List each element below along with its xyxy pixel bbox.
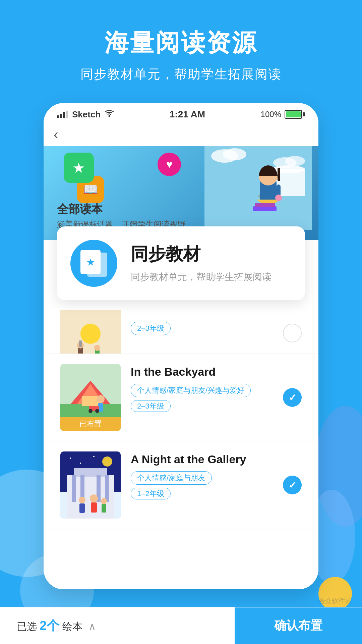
book-grade-tag-1: 1–2年级 <box>131 488 171 499</box>
svg-point-40 <box>80 463 81 464</box>
svg-point-39 <box>70 458 71 459</box>
watermark: 合众软件园 <box>318 596 352 605</box>
svg-rect-44 <box>74 468 107 477</box>
status-left: Sketch <box>57 109 114 120</box>
svg-point-31 <box>97 395 105 403</box>
check-mark-0: ✓ <box>289 392 296 403</box>
svg-point-0 <box>109 115 110 117</box>
bottom-selected-info: 已选 2个 绘本 ∧ <box>0 617 235 634</box>
phone-mockup: Sketch 1:21 AM 100% <box>44 103 318 589</box>
selected-count: 2个 <box>40 619 59 633</box>
book-item-1: A Night at the Gallery 个人情感/家庭与朋友 1–2年级 … <box>44 441 318 529</box>
star-book-icon: ★ <box>86 256 95 268</box>
svg-point-35 <box>95 409 99 413</box>
book-grade-tag-0: 2–3年级 <box>131 400 171 412</box>
page-subtitle: 同步教材单元，帮助学生拓展阅读 <box>0 66 362 83</box>
signal-bars-icon <box>57 111 68 118</box>
svg-point-13 <box>275 195 282 201</box>
svg-point-25 <box>94 345 100 351</box>
book-tag-1-0: 个人情感/家庭与朋友 <box>131 471 212 485</box>
feature-icon-inner: ★ <box>80 250 107 277</box>
book-title-1: A Night at the Gallery <box>131 453 302 466</box>
svg-rect-48 <box>105 475 109 502</box>
hero-section-title: 全部读本 <box>57 202 186 217</box>
svg-rect-12 <box>277 184 281 196</box>
star-icon: ★ <box>72 160 85 176</box>
book-title-0: In the Backyard <box>131 365 302 378</box>
battery-tip <box>303 112 305 116</box>
page-title: 海量阅读资源 <box>0 27 362 59</box>
svg-point-3 <box>223 148 246 160</box>
svg-rect-54 <box>102 504 106 513</box>
svg-rect-52 <box>91 502 97 513</box>
confirm-button[interactable]: 确认布置 <box>235 607 362 644</box>
page: 海量阅读资源 同步教材单元，帮助学生拓展阅读 Sketch <box>0 0 362 644</box>
feature-icon-circle: ★ <box>70 240 117 287</box>
svg-point-5 <box>285 156 305 166</box>
app-nav: ‹ <box>44 123 318 146</box>
svg-point-38 <box>102 457 112 467</box>
book-cover-1 <box>60 451 121 519</box>
signal-bar-3 <box>63 112 65 118</box>
battery-percent: 100% <box>261 110 281 119</box>
book-list: 2–3年级 <box>44 304 318 529</box>
feature-card-title: 同步教材 <box>131 243 292 266</box>
signal-bar-4 <box>66 111 68 118</box>
svg-point-49 <box>79 497 85 503</box>
battery-body <box>285 110 302 119</box>
status-time: 1:21 AM <box>170 109 205 120</box>
hero-icon-green: ★ <box>64 153 94 183</box>
signal-bar-2 <box>60 114 62 118</box>
svg-rect-30 <box>82 396 99 406</box>
unit-label: 绘本 <box>62 621 82 632</box>
book-icon-front: ★ <box>80 250 101 274</box>
book-item-0: 已布置 In the Backyard 个人情感/家庭与朋友/兴趣与爱好 2–3… <box>44 354 318 441</box>
check-mark-1: ✓ <box>289 480 296 491</box>
book-tag-0-0: 个人情感/家庭与朋友/兴趣与爱好 <box>131 384 251 397</box>
partial-book-cover <box>60 310 121 354</box>
svg-rect-50 <box>79 503 85 513</box>
svg-rect-11 <box>278 168 280 181</box>
svg-point-41 <box>93 456 95 457</box>
svg-point-51 <box>90 494 98 502</box>
book-item-partial: 2–3年级 <box>44 310 318 354</box>
book-cover-0: 已布置 <box>60 364 121 431</box>
feature-card: ★ 同步教材 同步教材单元，帮助学生拓展阅读 <box>57 226 305 300</box>
cover-svg-partial <box>60 310 121 354</box>
content-area: 海量阅读资源 同步教材单元，帮助学生拓展阅读 Sketch <box>0 0 362 589</box>
book-info-0: In the Backyard 个人情感/家庭与朋友/兴趣与爱好 2–3年级 <box>131 364 302 411</box>
bottom-bar: 已选 2个 绘本 ∧ 确认布置 <box>0 607 362 644</box>
hero-heart-icon: ♥ <box>158 153 181 176</box>
svg-rect-22 <box>79 340 82 347</box>
hero-text-area: 全部读本 涵盖新课标话题，开阔学生阅读视野 <box>57 202 186 230</box>
confirm-label: 确认布置 <box>274 618 322 634</box>
svg-rect-45 <box>72 475 76 502</box>
signal-bar-1 <box>57 115 59 118</box>
svg-point-18 <box>80 324 101 344</box>
phone-content: ★ 同步教材 同步教材单元，帮助学生拓展阅读 <box>44 226 318 589</box>
book-info-1: A Night at the Gallery 个人情感/家庭与朋友 1–2年级 <box>131 451 302 499</box>
carrier-label: Sketch <box>72 109 101 120</box>
book-tags-1: 个人情感/家庭与朋友 <box>131 471 302 485</box>
status-right: 100% <box>261 110 305 119</box>
book-check-button-1[interactable]: ✓ <box>283 476 302 494</box>
svg-point-53 <box>101 498 107 504</box>
deployed-badge: 已布置 <box>60 417 121 431</box>
status-bar: Sketch 1:21 AM 100% <box>44 103 318 123</box>
cover-svg-1 <box>60 451 121 519</box>
svg-rect-14 <box>253 206 277 211</box>
svg-rect-15 <box>255 203 275 207</box>
partial-grade-tag: 2–3年级 <box>131 322 171 335</box>
feature-card-desc: 同步教材单元，帮助学生拓展阅读 <box>131 270 292 284</box>
selected-label: 已选 <box>17 621 37 632</box>
chevron-up-icon[interactable]: ∧ <box>88 621 96 632</box>
book-tags-0: 个人情感/家庭与朋友/兴趣与爱好 <box>131 384 302 397</box>
feature-text: 同步教材 同步教材单元，帮助学生拓展阅读 <box>131 243 292 284</box>
wifi-icon <box>105 110 114 119</box>
hero-illustration <box>204 146 312 230</box>
partial-book-info: 2–3年级 <box>131 320 302 335</box>
book-check-button-0[interactable]: ✓ <box>283 388 302 407</box>
back-button[interactable]: ‹ <box>54 126 65 143</box>
svg-point-34 <box>88 409 93 413</box>
partial-check-button[interactable] <box>283 324 302 342</box>
